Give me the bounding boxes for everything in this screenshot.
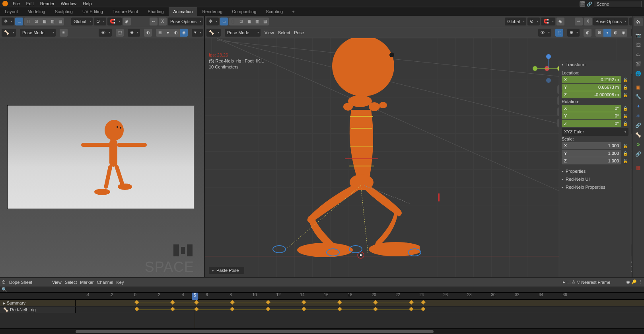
dope-marker-menu[interactable]: Marker: [80, 280, 93, 285]
rotation-mode-dropdown[interactable]: XYZ Euler: [562, 128, 628, 136]
mirror-toggle-icon[interactable]: ⇔: [150, 18, 158, 25]
keyframe[interactable]: [230, 307, 234, 311]
lock-icon[interactable]: 🔓: [622, 76, 628, 83]
left-viewport[interactable]: SPACE: [0, 38, 204, 277]
keyframe[interactable]: [266, 300, 270, 305]
search-icon[interactable]: 🔍: [2, 287, 7, 292]
dope-filter-2-icon[interactable]: ⬚: [566, 279, 570, 285]
select-mode-2[interactable]: ⊡: [32, 18, 40, 25]
dope-scrollbar[interactable]: [0, 328, 644, 334]
overlays-icon[interactable]: ◐: [144, 29, 152, 37]
cursor-tool-icon[interactable]: ✥: [2, 18, 14, 25]
keyframe[interactable]: [421, 300, 425, 305]
tab-shading[interactable]: Shading: [143, 7, 168, 16]
gizmo-options-r-icon[interactable]: ⊕: [567, 29, 580, 37]
scene-name-input[interactable]: [594, 1, 642, 7]
scrollbar-thumb[interactable]: [76, 330, 434, 333]
foot-tip-r-handle[interactable]: [408, 248, 421, 256]
mode-select-left[interactable]: Pose Mode: [20, 29, 56, 37]
props-tool-icon[interactable]: 🛠: [634, 18, 643, 26]
lock-icon[interactable]: 🔓: [622, 112, 628, 119]
orientation-left[interactable]: Global: [71, 18, 93, 25]
dope-ruler[interactable]: -4-202456810121416182022242628303234365: [0, 293, 644, 300]
props-physics-icon[interactable]: ⚛: [634, 111, 643, 120]
foot-ik-l-handle[interactable]: [272, 245, 286, 253]
dope-autokey-icon[interactable]: 🔑: [631, 279, 637, 285]
select-mode-3[interactable]: ▦: [40, 18, 48, 25]
shading-wire-r-icon[interactable]: ⊞: [595, 29, 603, 37]
select-tool-icon[interactable]: ▭: [15, 18, 23, 25]
select-mode-4[interactable]: ▥: [48, 18, 56, 25]
scale-z-field[interactable]: Z1.000: [562, 157, 621, 164]
keyframe[interactable]: [194, 307, 198, 311]
shading-solid-icon[interactable]: ●: [164, 29, 172, 37]
hamburger-icon[interactable]: ≡: [60, 29, 68, 37]
props-boneconstraint-icon[interactable]: 🔗: [634, 150, 643, 158]
props-object-icon[interactable]: ▣: [634, 83, 643, 92]
lock-icon[interactable]: 🔓: [622, 84, 628, 91]
loc-z-field[interactable]: Z-0.000008 m: [562, 91, 621, 98]
shading-matprev-r-icon[interactable]: ◐: [611, 29, 619, 37]
lock-icon[interactable]: 🔓: [622, 142, 628, 149]
tab-modeling[interactable]: Modeling: [23, 7, 50, 16]
select-mode-5[interactable]: ▤: [56, 18, 64, 25]
loc-y-field[interactable]: Y0.66673 m: [562, 84, 621, 91]
track-row[interactable]: 🦴 Red-Nelb_rig: [0, 307, 644, 313]
keyframe[interactable]: [170, 307, 175, 311]
keyframe[interactable]: [409, 307, 413, 311]
xray-toggle-r-icon[interactable]: ⬚: [555, 29, 563, 37]
dope-filter-3-icon[interactable]: ⚠: [572, 279, 576, 285]
dope-view-menu[interactable]: View: [52, 280, 62, 285]
menu-render[interactable]: Render: [37, 1, 58, 6]
menu-window[interactable]: Window: [58, 1, 80, 6]
transform-section-header[interactable]: Transform: [559, 61, 631, 68]
shading-matprev-icon[interactable]: ◐: [172, 29, 180, 37]
tab-animation[interactable]: Animation: [169, 7, 198, 16]
scene-link-icon[interactable]: 🔗: [587, 2, 592, 7]
mirror-x-button[interactable]: X: [159, 18, 167, 25]
lock-icon[interactable]: 🔓: [622, 150, 628, 157]
keyframe[interactable]: [302, 300, 306, 305]
keyframe[interactable]: [134, 307, 139, 311]
lock-icon[interactable]: 🔓: [622, 105, 628, 112]
keyframe[interactable]: [230, 300, 234, 305]
track-name[interactable]: ▸ Summary: [0, 300, 76, 306]
keyframe[interactable]: [337, 300, 342, 305]
editor-type-dope-icon[interactable]: ⏱: [2, 280, 6, 285]
props-bone-icon[interactable]: ⚙: [634, 140, 643, 149]
select-mode-r2[interactable]: ⊡: [237, 18, 245, 25]
properties-section-header[interactable]: Properties: [559, 167, 631, 175]
snap-mode-dropdown[interactable]: Nearest Frame: [581, 280, 625, 285]
gizmo-options-icon[interactable]: ⊕: [128, 29, 140, 37]
keyframe[interactable]: [373, 307, 377, 311]
rednelb-props-section-header[interactable]: Red-Nelb Properties: [559, 183, 631, 191]
foot-ik-r-handle[interactable]: [349, 245, 362, 253]
tab-texture-paint[interactable]: Texture Paint: [108, 7, 143, 16]
rot-y-field[interactable]: Y0°: [562, 112, 621, 119]
shading-solid-r-icon[interactable]: ●: [603, 29, 611, 37]
tab-compositing[interactable]: Compositing: [227, 7, 261, 16]
props-scene-icon[interactable]: 🎬: [634, 60, 643, 68]
xray-toggle-icon[interactable]: ⬚: [116, 29, 124, 37]
mirror-x-r-button[interactable]: X: [584, 18, 592, 25]
dope-tracks[interactable]: ▸ Summary🦴 Red-Nelb_rig: [0, 300, 644, 328]
track-row[interactable]: ▸ Summary: [0, 300, 644, 307]
select-mode-1[interactable]: ⎕: [24, 18, 32, 25]
dope-filter-1-icon[interactable]: ▸: [563, 279, 565, 285]
props-data-icon[interactable]: 🦴: [634, 131, 643, 139]
dope-mode-dropdown[interactable]: Dope Sheet: [9, 280, 49, 285]
scale-x-field[interactable]: X1.000: [562, 142, 621, 149]
tab-sculpting[interactable]: Sculpting: [50, 7, 78, 16]
view-options-r-icon[interactable]: 👁: [538, 29, 551, 37]
select-menu[interactable]: Select: [278, 30, 290, 35]
overlays-r-icon[interactable]: ◐: [584, 29, 591, 37]
keyframe[interactable]: [373, 300, 377, 305]
pose-options-left[interactable]: Pose Options: [168, 18, 203, 25]
keyframe[interactable]: [134, 300, 139, 305]
lock-icon[interactable]: 🔓: [622, 157, 628, 164]
props-constraints-icon[interactable]: 🔗: [634, 121, 643, 130]
mirror-toggle-r-icon[interactable]: ⇔: [575, 18, 583, 25]
operator-toast[interactable]: Paste Pose: [209, 267, 244, 274]
dope-filter-4-icon[interactable]: ▽: [577, 279, 580, 285]
main-viewport[interactable]: fps: 23.26 (5) Red-Nelb_rig : Foot_IK.L …: [205, 38, 644, 277]
